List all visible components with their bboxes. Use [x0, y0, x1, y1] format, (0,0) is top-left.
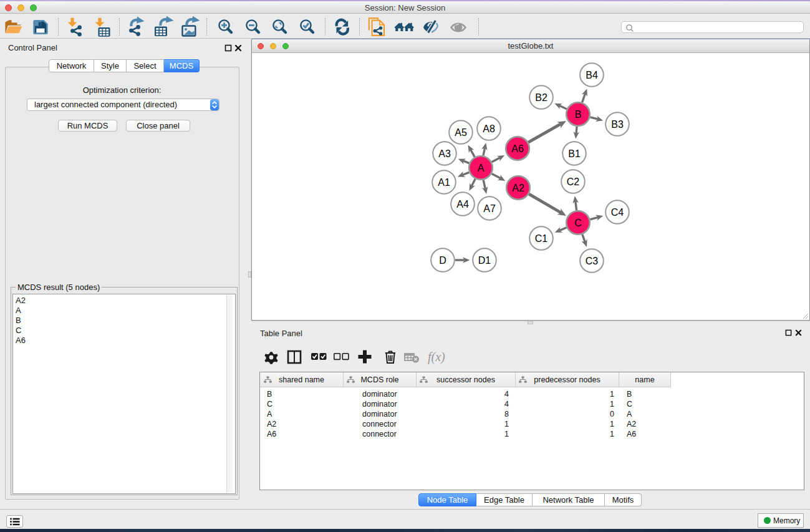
svg-text:A4: A4 — [456, 199, 469, 210]
svg-text:C3: C3 — [586, 256, 599, 266]
svg-text:A7: A7 — [483, 203, 496, 214]
svg-text:A2: A2 — [512, 183, 524, 193]
svg-text:A5: A5 — [455, 127, 467, 138]
svg-text:A1: A1 — [438, 177, 450, 188]
svg-text:B1: B1 — [568, 148, 581, 159]
svg-text:C2: C2 — [567, 177, 580, 187]
svg-text:D1: D1 — [478, 255, 491, 266]
svg-text:C4: C4 — [611, 207, 624, 218]
svg-text:C: C — [574, 218, 582, 228]
svg-text:A: A — [478, 163, 485, 173]
svg-text:C1: C1 — [535, 233, 548, 244]
svg-text:D: D — [439, 255, 446, 266]
svg-text:A6: A6 — [511, 143, 524, 154]
svg-text:B: B — [575, 109, 582, 120]
svg-text:A8: A8 — [483, 123, 495, 134]
svg-text:B3: B3 — [611, 119, 624, 130]
svg-text:A3: A3 — [438, 148, 451, 159]
svg-text:B4: B4 — [586, 70, 598, 80]
svg-text:B2: B2 — [535, 92, 547, 103]
